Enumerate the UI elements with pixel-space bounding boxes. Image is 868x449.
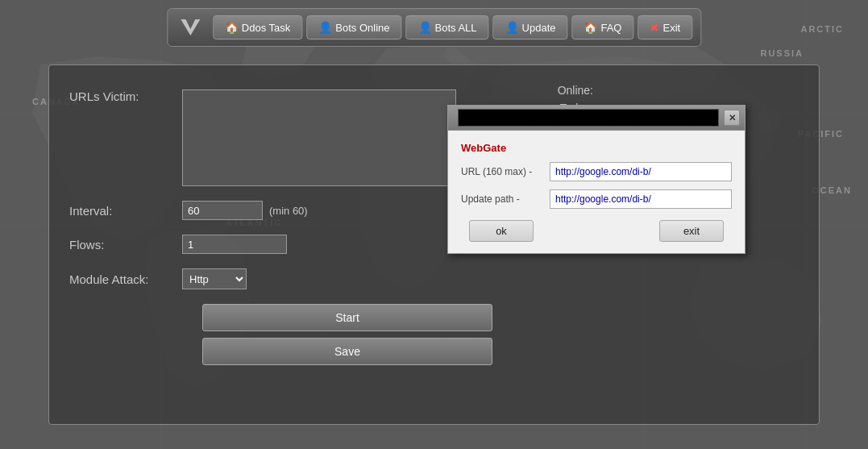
dialog-overlay: ✕ WebGate URL (160 max) - Update path - … xyxy=(0,0,868,449)
dialog-title-input xyxy=(458,109,719,127)
dialog-url-input[interactable] xyxy=(550,162,732,181)
dialog-close-button[interactable]: ✕ xyxy=(724,110,740,126)
dialog-update-path-input[interactable] xyxy=(550,189,732,209)
dialog-body: WebGate URL (160 max) - Update path - ok… xyxy=(448,131,745,253)
dialog-url-label: URL (160 max) - xyxy=(461,166,550,177)
dialog-update-path-label: Update path - xyxy=(461,193,550,205)
dialog-section-title: WebGate xyxy=(461,142,732,154)
dialog-exit-button[interactable]: exit xyxy=(659,220,724,242)
dialog-button-row: ok exit xyxy=(461,220,732,242)
dialog-titlebar: ✕ xyxy=(448,106,745,131)
dialog-ok-button[interactable]: ok xyxy=(469,220,534,242)
dialog-url-row: URL (160 max) - xyxy=(461,162,732,181)
dialog-update-path-row: Update path - xyxy=(461,189,732,209)
webgate-dialog: ✕ WebGate URL (160 max) - Update path - … xyxy=(447,105,745,254)
